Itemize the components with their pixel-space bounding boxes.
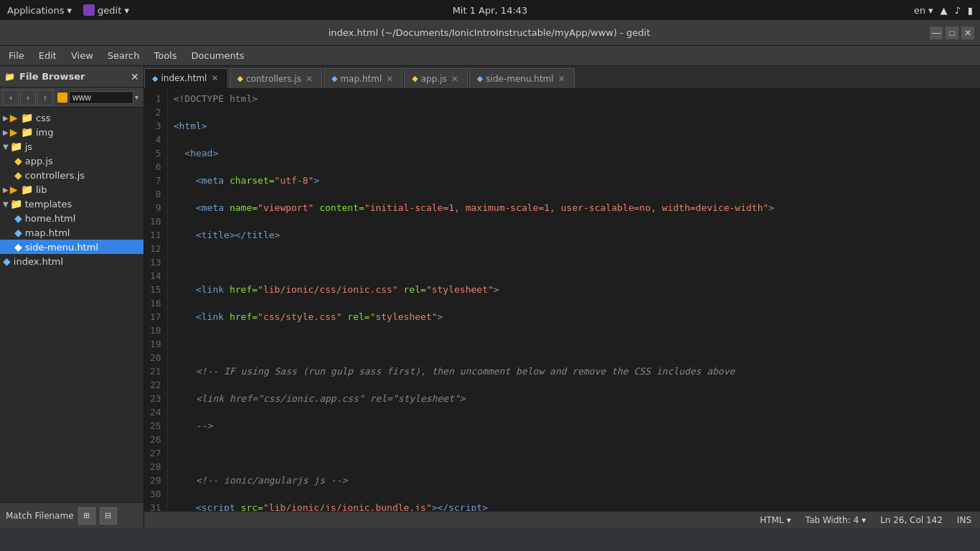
sidebar-item-img[interactable]: ▶ ▶ 📁 img — [0, 125, 143, 139]
tabs-bar: ◆ index.html ✕ ◆ controllers.js ✕ ◆ map.… — [144, 66, 980, 89]
tab-icon-app-js: ◆ — [412, 74, 418, 83]
tab-controllers-js[interactable]: ◆ controllers.js ✕ — [230, 68, 322, 88]
file-browser-sidebar: 📁 File Browser ✕ ‹ › ↑ ▾ ▶ ▶ 📁 css ▶ ▶ 📁 — [0, 66, 144, 528]
file-icon-side-menu-html: ◆ — [14, 241, 22, 253]
status-tab-width[interactable]: Tab Width: 4 ▾ — [806, 515, 867, 525]
tab-close-controllers-js[interactable]: ✕ — [304, 74, 314, 84]
tab-width-dropdown-arrow[interactable]: ▾ — [862, 515, 866, 525]
sidebar-item-label-js: js — [25, 141, 32, 152]
tab-app-js[interactable]: ◆ app.js ✕ — [404, 68, 468, 88]
path-input[interactable] — [69, 91, 133, 104]
file-icon-controllers-js: ◆ — [14, 169, 22, 181]
system-bar-left: Applications ▾ gedit ▾ — [7, 4, 129, 16]
status-language[interactable]: HTML ▾ — [760, 515, 791, 525]
filter-button-1[interactable]: ⊞ — [78, 507, 95, 524]
language-label: HTML — [760, 515, 783, 525]
nav-back-button[interactable]: ‹ — [3, 90, 19, 105]
menu-file[interactable]: File — [3, 49, 30, 62]
code-editor[interactable]: 12345 678910 1112131415 1617181920 21222… — [144, 89, 980, 511]
expand-arrow-js: ▼ — [3, 143, 9, 151]
folder-icon: 📁 — [4, 72, 15, 82]
filter-button-2[interactable]: ⊟ — [100, 507, 117, 524]
system-bar-right: en ▾ ▲ ♪ ▮ — [914, 5, 973, 16]
match-filename-label: Match Filename — [6, 511, 74, 521]
close-button[interactable]: ✕ — [961, 27, 974, 39]
tab-close-app-js[interactable]: ✕ — [450, 74, 460, 84]
menu-documents[interactable]: Documents — [186, 49, 250, 62]
sidebar-item-label-lib: lib — [36, 184, 47, 195]
editor-area: ◆ index.html ✕ ◆ controllers.js ✕ ◆ map.… — [144, 66, 980, 528]
sidebar-item-label-index-html: index.html — [14, 256, 63, 267]
menu-tools[interactable]: Tools — [148, 49, 182, 62]
tab-width-label: Tab Width: 4 — [806, 515, 859, 525]
insert-mode: INS — [957, 515, 971, 525]
nav-forward-button[interactable]: › — [20, 90, 36, 105]
sidebar-header: 📁 File Browser ✕ — [0, 66, 143, 88]
close-sidebar-button[interactable]: ✕ — [131, 71, 139, 83]
folder-icon-js: 📁 — [10, 141, 22, 152]
gedit-menu[interactable]: gedit ▾ — [83, 4, 129, 16]
cursor-position: Ln 26, Col 142 — [880, 515, 943, 525]
sidebar-item-label-controllers-js: controllers.js — [25, 170, 85, 181]
code-content[interactable]: <!DOCTYPE html> <html> <head> <meta char… — [168, 89, 980, 511]
folder-icon-img: ▶ 📁 — [10, 126, 33, 138]
sidebar-item-controllers-js[interactable]: ◆ controllers.js — [0, 168, 143, 182]
tab-close-map-html[interactable]: ✕ — [385, 74, 395, 84]
sidebar-item-side-menu-html[interactable]: ◆ side-menu.html — [0, 240, 143, 254]
folder-path-icon — [57, 93, 67, 103]
tab-label-app-js: app.js — [421, 74, 447, 84]
status-cursor: Ln 26, Col 142 — [880, 515, 943, 525]
menu-edit[interactable]: Edit — [33, 49, 62, 62]
sidebar-item-label-app-js: app.js — [25, 156, 53, 166]
tab-map-html[interactable]: ◆ map.html ✕ — [324, 68, 402, 88]
lang-indicator[interactable]: en ▾ — [914, 5, 933, 16]
applications-menu[interactable]: Applications ▾ — [7, 5, 72, 16]
sidebar-item-js[interactable]: ▼ 📁 js — [0, 139, 143, 154]
sidebar-item-label-css: css — [36, 113, 51, 123]
menu-view[interactable]: View — [65, 49, 99, 62]
window-controls[interactable]: — □ ✕ — [930, 27, 974, 39]
file-icon-home-html: ◆ — [14, 212, 22, 224]
tab-label-controllers-js: controllers.js — [246, 74, 301, 84]
tab-icon-side-menu-html: ◆ — [477, 74, 483, 83]
volume-icon: ♪ — [955, 5, 961, 16]
tab-label-map-html: map.html — [340, 74, 382, 84]
status-bar: HTML ▾ Tab Width: 4 ▾ Ln 26, Col 142 INS — [144, 511, 980, 528]
tab-label-side-menu-html: side-menu.html — [486, 74, 553, 84]
title-bar: index.html (~/Documents/IonicIntroInstru… — [0, 20, 980, 46]
sidebar-item-label-home-html: home.html — [25, 213, 76, 224]
path-dropdown-arrow[interactable]: ▾ — [135, 93, 138, 101]
tab-close-index-html[interactable]: ✕ — [209, 73, 220, 83]
folder-icon-lib: ▶ 📁 — [10, 184, 33, 195]
tab-side-menu-html[interactable]: ◆ side-menu.html ✕ — [469, 68, 575, 88]
sidebar-item-app-js[interactable]: ◆ app.js — [0, 154, 143, 168]
language-dropdown-arrow[interactable]: ▾ — [787, 515, 791, 525]
nav-up-button[interactable]: ↑ — [37, 90, 53, 105]
minimize-button[interactable]: — — [930, 27, 943, 39]
tab-icon-index-html: ◆ — [152, 74, 158, 83]
tab-icon-map-html: ◆ — [331, 74, 337, 83]
tab-icon-controllers-js: ◆ — [237, 74, 243, 83]
sidebar-item-label-templates: templates — [25, 199, 72, 209]
wifi-icon: ▲ — [941, 5, 948, 16]
menu-bar: File Edit View Search Tools Documents — [0, 46, 980, 66]
maximize-button[interactable]: □ — [946, 27, 958, 39]
main-area: 📁 File Browser ✕ ‹ › ↑ ▾ ▶ ▶ 📁 css ▶ ▶ 📁 — [0, 66, 980, 528]
sidebar-item-home-html[interactable]: ◆ home.html — [0, 211, 143, 225]
status-mode: INS — [957, 515, 971, 525]
sidebar-item-templates[interactable]: ▼ 📁 templates — [0, 197, 143, 211]
sidebar-item-css[interactable]: ▶ ▶ 📁 css — [0, 110, 143, 125]
sidebar-item-lib[interactable]: ▶ ▶ 📁 lib — [0, 182, 143, 197]
system-bar: Applications ▾ gedit ▾ Mit 1 Apr, 14:43 … — [0, 0, 980, 20]
sidebar-nav: 📁 File Browser — [4, 71, 85, 82]
sidebar-item-label-img: img — [36, 127, 54, 138]
menu-search[interactable]: Search — [102, 49, 146, 62]
tab-close-side-menu-html[interactable]: ✕ — [557, 74, 567, 84]
sidebar-item-map-html[interactable]: ◆ map.html — [0, 225, 143, 240]
tab-index-html[interactable]: ◆ index.html ✕ — [144, 68, 228, 88]
expand-arrow-css: ▶ — [3, 114, 9, 122]
expand-arrow-lib: ▶ — [3, 186, 9, 194]
sidebar-item-index-html[interactable]: ◆ index.html — [0, 254, 143, 268]
expand-arrow-img: ▶ — [3, 128, 9, 136]
window-title: index.html (~/Documents/IonicIntroInstru… — [49, 27, 930, 38]
